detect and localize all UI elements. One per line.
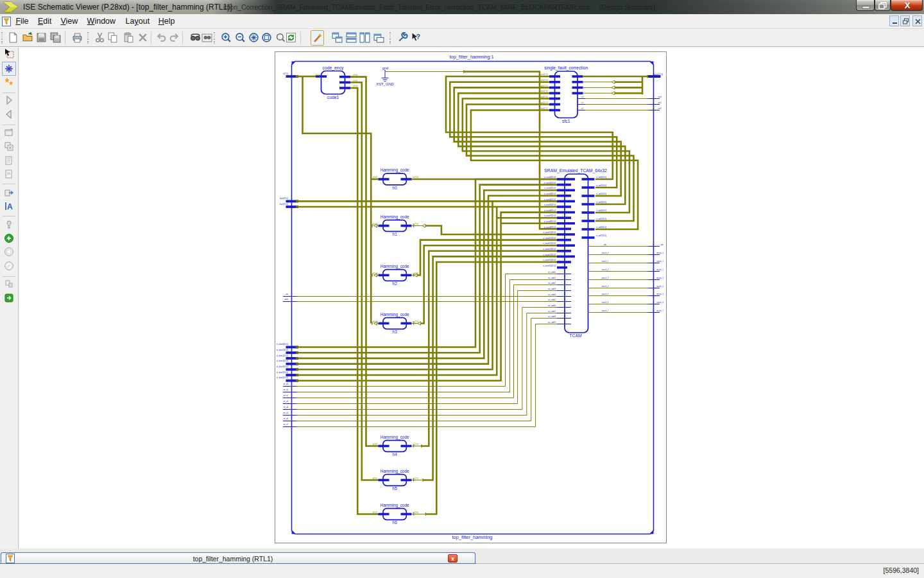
svg-text:st_word2[31:0]: st_word2[31:0] bbox=[544, 187, 556, 189]
svg-text:st_wd5[31:0]: st_wd5[31:0] bbox=[596, 218, 606, 220]
svg-text:match_3: match_3 bbox=[602, 277, 609, 279]
svg-text:st_word7[31:0]: st_word7[31:0] bbox=[544, 215, 556, 217]
svg-text:match[7:0]: match[7:0] bbox=[653, 73, 663, 76]
svg-text:key1[31:0]: key1[31:0] bbox=[280, 203, 289, 206]
svg-text:adc: adc bbox=[604, 243, 607, 246]
svg-text:er0: er0 bbox=[581, 96, 585, 98]
svg-text:din1[7:0]: din1[7:0] bbox=[541, 79, 548, 82]
svg-text:TCAM: TCAM bbox=[569, 333, 582, 338]
svg-text:match_0: match_0 bbox=[656, 252, 663, 254]
svg-text:wr_addr0: wr_addr0 bbox=[548, 271, 556, 274]
svg-text:A: A bbox=[7, 202, 13, 211]
svg-text:h5: h5 bbox=[393, 486, 398, 491]
svg-text:wr_a4: wr_a4 bbox=[283, 406, 288, 408]
svg-text:SRAM_Emulated_TCAM_64x32: SRAM_Emulated_TCAM_64x32 bbox=[544, 168, 607, 173]
svg-text:err2: err2 bbox=[658, 107, 662, 110]
svg-text:wr_addr7: wr_addr7 bbox=[548, 310, 556, 313]
svg-text:adc: adc bbox=[660, 243, 663, 246]
svg-text:wr_a5: wr_a5 bbox=[283, 412, 288, 414]
svg-text:st_data1[31:0]: st_data1[31:0] bbox=[277, 349, 289, 351]
svg-text:st_data2[31:0]: st_data2[31:0] bbox=[277, 355, 289, 357]
svg-text:st_word14[31:0]: st_word14[31:0] bbox=[543, 254, 556, 256]
svg-text:din3[7:0]: din3[7:0] bbox=[541, 90, 548, 92]
svg-text:st_data6[31:0]: st_data6[31:0] bbox=[277, 376, 289, 379]
svg-text:h3: h3 bbox=[393, 329, 398, 334]
svg-text:st_wd1[31:0]: st_wd1[31:0] bbox=[596, 184, 606, 187]
svg-text:Hamming_code: Hamming_code bbox=[381, 312, 409, 317]
svg-text:match_2: match_2 bbox=[602, 268, 609, 271]
svg-text:single_fault_correction: single_fault_correction bbox=[544, 66, 588, 71]
svg-text:match_1: match_1 bbox=[602, 260, 609, 263]
svg-text:st_wd0[31:0]: st_wd0[31:0] bbox=[596, 176, 606, 179]
svg-text:er1: er1 bbox=[581, 101, 585, 104]
svg-text:match_7: match_7 bbox=[602, 310, 609, 312]
svg-text:Hamming_code: Hamming_code bbox=[381, 168, 409, 173]
svg-text:h1: h1 bbox=[393, 232, 398, 236]
svg-text:din0[7:0]: din0[7:0] bbox=[541, 73, 548, 76]
svg-text:Hamming_code: Hamming_code bbox=[381, 469, 409, 474]
svg-text:wr_a0: wr_a0 bbox=[283, 383, 288, 385]
svg-text:er2: er2 bbox=[581, 107, 585, 110]
svg-text:din4[7:0]: din4[7:0] bbox=[541, 96, 548, 98]
svg-text:Hamming_code: Hamming_code bbox=[381, 503, 409, 508]
svg-text:st_word4[31:0]: st_word4[31:0] bbox=[544, 198, 556, 201]
svg-text:st_word5[31:0]: st_word5[31:0] bbox=[544, 204, 556, 206]
svg-text:st_word12[31:0]: st_word12[31:0] bbox=[543, 242, 556, 245]
svg-text:h4: h4 bbox=[393, 452, 398, 457]
svg-text:match_4: match_4 bbox=[656, 285, 663, 288]
svg-text:din5[7:0]: din5[7:0] bbox=[541, 101, 548, 104]
svg-text:wr_addr8: wr_addr8 bbox=[548, 315, 556, 318]
svg-text:st_wd6[31:0]: st_wd6[31:0] bbox=[596, 226, 606, 229]
svg-text:match_7: match_7 bbox=[656, 310, 663, 312]
svg-text:match_0: match_0 bbox=[602, 252, 609, 254]
svg-text:Hamming_code: Hamming_code bbox=[381, 215, 409, 220]
svg-text:wr_a2: wr_a2 bbox=[283, 394, 288, 397]
svg-text:wr_addr2: wr_addr2 bbox=[548, 282, 556, 285]
svg-text:st_word15[31:0]: st_word15[31:0] bbox=[543, 259, 556, 261]
svg-text:match_4: match_4 bbox=[602, 285, 609, 288]
svg-text:d[3:0]: d[3:0] bbox=[373, 477, 377, 480]
svg-text:match_3: match_3 bbox=[656, 277, 663, 279]
svg-text:Hamming_code: Hamming_code bbox=[381, 435, 409, 440]
svg-text:st_word1[31:0]: st_word1[31:0] bbox=[544, 182, 556, 184]
svg-text:wr_addr4: wr_addr4 bbox=[548, 293, 556, 296]
svg-text:st_word13[31:0]: st_word13[31:0] bbox=[543, 248, 556, 250]
svg-text:wr_a1: wr_a1 bbox=[283, 389, 288, 391]
svg-text:match_5: match_5 bbox=[602, 293, 609, 295]
svg-text:h6: h6 bbox=[393, 520, 398, 525]
svg-text:match_5: match_5 bbox=[656, 293, 663, 295]
svg-text:wr_a6: wr_a6 bbox=[283, 417, 288, 420]
svg-text:din6[7:0]: din6[7:0] bbox=[541, 107, 548, 110]
svg-text:err1: err1 bbox=[658, 101, 662, 104]
svg-text:wr_addr1: wr_addr1 bbox=[548, 277, 556, 279]
svg-text:we: we bbox=[286, 293, 288, 295]
svg-text:st_wd4[31:0]: st_wd4[31:0] bbox=[596, 209, 606, 212]
svg-text:X: X bbox=[905, 1, 911, 10]
svg-text:key0[31:0]: key0[31:0] bbox=[280, 197, 289, 200]
svg-text:st_word0[31:0]: st_word0[31:0] bbox=[544, 176, 556, 179]
svg-text:sfc1: sfc1 bbox=[562, 119, 570, 123]
svg-text:st_wd7[31:0]: st_wd7[31:0] bbox=[596, 234, 606, 237]
svg-text:st_word11[31:0]: st_word11[31:0] bbox=[543, 237, 556, 240]
svg-text:Hamming_code: Hamming_code bbox=[381, 264, 409, 269]
svg-text:code_ency: code_ency bbox=[323, 66, 344, 71]
svg-text:st_wd3[31:0]: st_wd3[31:0] bbox=[596, 201, 606, 204]
svg-text:code1: code1 bbox=[327, 95, 339, 100]
svg-text:st_word6[31:0]: st_word6[31:0] bbox=[544, 209, 556, 212]
svg-text:I[7:0]: I[7:0] bbox=[315, 74, 320, 76]
svg-text:st_word3[31:0]: st_word3[31:0] bbox=[544, 193, 556, 195]
svg-text:top_filter_hamming: top_filter_hamming bbox=[452, 534, 493, 540]
svg-text:wr_a7: wr_a7 bbox=[283, 423, 288, 426]
svg-text:h0: h0 bbox=[393, 186, 398, 190]
svg-text:d[3:0]: d[3:0] bbox=[373, 511, 377, 514]
svg-text:h2: h2 bbox=[393, 281, 398, 286]
svg-text:wr_addr9: wr_addr9 bbox=[548, 321, 556, 324]
svg-text:wr_addr3: wr_addr3 bbox=[548, 288, 556, 290]
svg-text:match_1: match_1 bbox=[656, 260, 663, 263]
svg-text:d[3:0]: d[3:0] bbox=[373, 443, 377, 446]
svg-text:wr_addr5: wr_addr5 bbox=[548, 299, 556, 301]
svg-text:top_filter_hamming:1: top_filter_hamming:1 bbox=[449, 54, 493, 60]
svg-text:gnd: gnd bbox=[382, 66, 389, 70]
svg-text:wsel: wsel bbox=[284, 298, 288, 301]
svg-text:err0: err0 bbox=[658, 96, 662, 98]
